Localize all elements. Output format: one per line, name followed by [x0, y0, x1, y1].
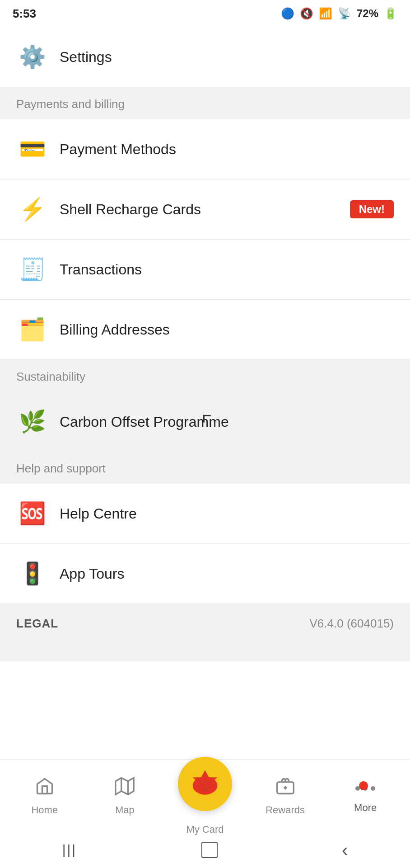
billing-addresses-item[interactable]: 🗂️ Billing Addresses: [0, 300, 410, 360]
app-tours-item[interactable]: 🚦 App Tours: [0, 544, 410, 604]
battery-text: 72%: [357, 7, 378, 20]
section-header-help: Help and support: [0, 452, 410, 484]
android-home-btn[interactable]: [201, 842, 218, 858]
nav-my-card[interactable]: My Card: [165, 750, 245, 843]
svg-marker-0: [116, 778, 134, 794]
settings-menu-item[interactable]: ⚙️ Settings: [0, 27, 410, 87]
transactions-item[interactable]: 🧾 Transactions: [0, 240, 410, 300]
payment-methods-icon: 💳: [16, 133, 49, 165]
help-centre-item[interactable]: 🆘 Help Centre: [0, 484, 410, 544]
status-icons: 🔵 🔇 📶 📡 72% 🔋: [281, 7, 397, 20]
rewards-icon: [275, 776, 295, 801]
android-recents-btn[interactable]: |||: [62, 842, 77, 858]
android-back-btn[interactable]: ‹: [342, 840, 348, 860]
status-time: 5:53: [13, 7, 36, 21]
mute-icon: 🔇: [300, 7, 313, 20]
shell-button[interactable]: [178, 757, 232, 811]
transactions-label: Transactions: [60, 261, 142, 278]
payment-methods-label: Payment Methods: [60, 141, 176, 158]
nav-home-label: Home: [31, 804, 58, 816]
settings-icon: ⚙️: [16, 41, 49, 73]
carbon-offset-item[interactable]: 🌿 Carbon Offset Programme: [0, 392, 410, 452]
home-icon: [35, 776, 55, 801]
nav-my-card-label: My Card: [186, 824, 224, 835]
nav-home[interactable]: Home: [5, 769, 85, 823]
nav-rewards-label: Rewards: [266, 804, 305, 816]
footer-version: V6.4.0 (604015): [310, 617, 394, 631]
shell-recharge-icon: ⚡: [16, 193, 49, 226]
new-badge: New!: [350, 200, 394, 218]
carbon-offset-icon: 🌿: [16, 406, 49, 438]
billing-addresses-icon: 🗂️: [16, 313, 49, 346]
help-centre-icon: 🆘: [16, 497, 49, 530]
nav-more-label: More: [354, 802, 377, 814]
transactions-icon: 🧾: [16, 253, 49, 286]
carbon-offset-label: Carbon Offset Programme: [60, 414, 229, 430]
bluetooth-icon: 🔵: [281, 7, 294, 20]
app-tours-label: App Tours: [60, 566, 125, 582]
signal-icon: 📡: [338, 7, 351, 20]
wifi-icon: 📶: [319, 7, 332, 20]
footer-section: LEGAL V6.4.0 (604015): [0, 604, 410, 643]
status-bar: 5:53 🔵 🔇 📶 📡 72% 🔋: [0, 0, 410, 27]
more-icon: [355, 778, 375, 798]
battery-icon: 🔋: [384, 7, 397, 20]
bottom-nav: Home Map: [0, 760, 410, 832]
help-centre-label: Help Centre: [60, 505, 137, 522]
nav-map-label: Map: [115, 804, 135, 816]
payment-methods-item[interactable]: 💳 Payment Methods: [0, 119, 410, 179]
section-header-sustainability: Sustainability: [0, 360, 410, 392]
billing-addresses-label: Billing Addresses: [60, 321, 170, 338]
settings-label: Settings: [60, 49, 112, 66]
scroll-content: ⚙️ Settings Payments and billing 💳 Payme…: [0, 27, 410, 760]
nav-rewards[interactable]: Rewards: [245, 769, 326, 823]
app-tours-icon: 🚦: [16, 557, 49, 590]
footer-legal: LEGAL: [16, 617, 58, 631]
shell-recharge-cards-item[interactable]: ⚡ Shell Recharge Cards New!: [0, 179, 410, 240]
more-notification-dot: [359, 781, 368, 790]
section-header-payments: Payments and billing: [0, 87, 410, 119]
nav-map[interactable]: Map: [85, 769, 165, 823]
map-icon: [115, 776, 135, 801]
shell-recharge-label: Shell Recharge Cards: [60, 201, 201, 218]
nav-more[interactable]: More: [325, 771, 405, 821]
